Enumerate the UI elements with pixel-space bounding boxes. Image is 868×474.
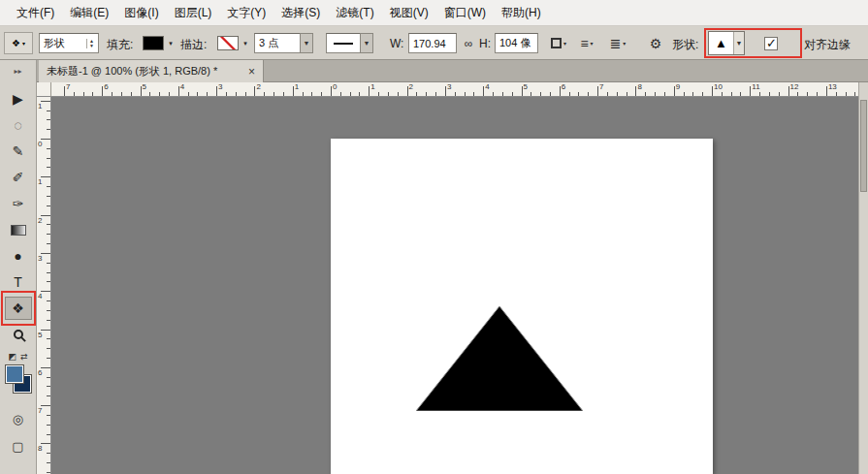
ruler-label: 0 bbox=[333, 82, 337, 91]
move-tool[interactable]: ▶ bbox=[5, 87, 32, 111]
shape-picker-label: 形状: bbox=[672, 37, 698, 53]
vertical-scrollbar[interactable] bbox=[858, 82, 868, 474]
ruler-tick bbox=[178, 86, 179, 96]
gradient-tool[interactable] bbox=[5, 218, 32, 241]
ruler-label: 10 bbox=[714, 82, 723, 91]
link-dimensions-icon[interactable]: ∞ bbox=[460, 33, 477, 53]
menu-filter[interactable]: 滤镜(T) bbox=[329, 1, 380, 25]
stroke-color-swatch[interactable] bbox=[217, 36, 239, 50]
stroke-width-input[interactable]: 3 点 bbox=[254, 33, 301, 53]
gradient-icon bbox=[11, 225, 26, 236]
default-colors-icon[interactable]: ◩ bbox=[8, 352, 16, 362]
menu-layer[interactable]: 图层(L) bbox=[168, 1, 219, 25]
ruler-label: 2 bbox=[38, 216, 42, 225]
ruler-label: 1 bbox=[38, 102, 42, 111]
toolbar-extras: ◎▢ bbox=[0, 408, 36, 457]
ruler-tick bbox=[41, 215, 50, 216]
ruler-tick bbox=[141, 86, 142, 96]
height-input[interactable]: 104 像 bbox=[495, 33, 538, 53]
stroke-style-dropdown-icon[interactable]: ▼ bbox=[360, 33, 373, 53]
align-edges-checkbox[interactable] bbox=[764, 37, 778, 50]
ruler-label: 1 bbox=[38, 177, 42, 186]
menu-image[interactable]: 图像(I) bbox=[117, 1, 165, 25]
tool-preset-picker[interactable]: ❖ ▾ bbox=[4, 32, 33, 54]
ruler-tick bbox=[102, 86, 103, 96]
tools-panel: ▸▸ ▶◌✎✐✑●T❖ ◩⇄ ◎▢ bbox=[0, 60, 37, 474]
blur-tool[interactable]: ● bbox=[5, 244, 32, 268]
ruler-label: 2 bbox=[409, 82, 413, 91]
menu-select[interactable]: 选择(S) bbox=[274, 1, 327, 25]
stroke-width-dropdown-icon[interactable]: ▼ bbox=[300, 33, 313, 53]
menu-file[interactable]: 文件(F) bbox=[10, 1, 61, 25]
ruler-label: 3 bbox=[447, 82, 451, 91]
foreground-color-swatch[interactable] bbox=[6, 365, 23, 383]
stepper-arrows-icon[interactable]: ▲▼ bbox=[86, 39, 94, 48]
ruler-label: 6 bbox=[562, 82, 565, 91]
width-value: 170.94 bbox=[413, 38, 446, 49]
quick-mask-button[interactable]: ◎ bbox=[5, 408, 32, 429]
ruler-tick bbox=[635, 86, 636, 96]
align-edges-label: 对齐边缘 bbox=[804, 37, 851, 53]
toolbar-collapse-button[interactable]: ▸▸ bbox=[0, 60, 36, 81]
vertical-ruler[interactable]: 1012345678 bbox=[37, 97, 51, 474]
swap-colors-icon[interactable]: ⇄ bbox=[20, 352, 28, 362]
chevron-down-icon[interactable]: ▼ bbox=[733, 32, 744, 54]
ruler-tick bbox=[788, 86, 789, 96]
ruler-label: 5 bbox=[38, 331, 42, 339]
triangle-shape-icon: ▲ bbox=[709, 32, 733, 54]
width-input[interactable]: 170.94 bbox=[408, 33, 457, 53]
triangle-shape-layer[interactable] bbox=[416, 306, 583, 411]
ruler-label: 0 bbox=[38, 140, 42, 148]
menu-edit[interactable]: 编辑(E) bbox=[63, 1, 115, 25]
chevron-down-icon: ▾ bbox=[623, 40, 626, 47]
ruler-label: 11 bbox=[752, 82, 759, 91]
type-tool[interactable]: T bbox=[5, 270, 32, 294]
horizontal-ruler[interactable]: 765432101234567891011121314 bbox=[51, 82, 858, 97]
path-alignment-button[interactable]: ≡ ▾ bbox=[576, 33, 597, 53]
ruler-label: 7 bbox=[599, 82, 603, 91]
ruler-label: 1 bbox=[295, 82, 299, 91]
tool-list: ▶◌✎✐✑●T❖ bbox=[0, 81, 36, 346]
zoom-tool[interactable] bbox=[5, 323, 32, 346]
tool-mode-select[interactable]: 形状 ▲▼ bbox=[39, 33, 99, 53]
screen-mode-button[interactable]: ▢ bbox=[5, 435, 32, 457]
document-tab[interactable]: 未标题-1 @ 100% (形状 1, RGB/8) * × bbox=[39, 60, 264, 82]
path-operations-button[interactable]: ▾ bbox=[547, 33, 570, 53]
tab-bar: 未标题-1 @ 100% (形状 1, RGB/8) * × bbox=[37, 60, 868, 82]
stroke-dropdown-icon[interactable]: ▾ bbox=[241, 39, 250, 48]
shape-options-button[interactable]: ⚙ bbox=[644, 33, 667, 53]
close-icon[interactable]: × bbox=[248, 65, 255, 79]
clone-stamp-tool[interactable]: ✑ bbox=[5, 192, 32, 215]
stroke-width-value: 3 点 bbox=[259, 36, 278, 50]
menu-type[interactable]: 文字(Y) bbox=[220, 1, 273, 25]
chevron-down-icon: ▾ bbox=[591, 40, 594, 47]
custom-shape-tool[interactable]: ❖ bbox=[5, 297, 32, 320]
eyedropper-tool[interactable]: ✎ bbox=[5, 140, 32, 163]
custom-shape-icon: ❖ bbox=[12, 38, 20, 48]
tool-mode-value: 形状 bbox=[44, 36, 82, 50]
shape-picker[interactable]: ▲ ▼ bbox=[708, 31, 745, 55]
document-canvas[interactable] bbox=[331, 139, 713, 474]
ruler-label: 6 bbox=[104, 82, 108, 91]
lasso-tool[interactable]: ◌ bbox=[5, 113, 32, 137]
ruler-tick bbox=[597, 86, 598, 96]
ruler-corner[interactable] bbox=[37, 82, 51, 97]
ruler-tick bbox=[369, 86, 370, 96]
triangle-shape[interactable] bbox=[416, 306, 583, 411]
menu-help[interactable]: 帮助(H) bbox=[495, 1, 548, 25]
chevron-down-icon: ▾ bbox=[22, 40, 25, 47]
ruler-tick bbox=[445, 86, 446, 96]
brush-tool[interactable]: ✐ bbox=[5, 166, 32, 189]
ruler-tick bbox=[41, 367, 50, 368]
scrollbar-thumb[interactable] bbox=[860, 100, 867, 192]
path-arrangement-button[interactable]: ≣ ▾ bbox=[605, 33, 630, 53]
fill-color-swatch[interactable] bbox=[143, 36, 164, 50]
menu-window[interactable]: 窗口(W) bbox=[437, 1, 493, 25]
stroke-style-select[interactable] bbox=[326, 33, 361, 53]
ruler-label: 13 bbox=[828, 82, 837, 91]
ruler-label: 4 bbox=[180, 82, 184, 91]
fill-dropdown-icon[interactable]: ▾ bbox=[166, 39, 176, 48]
canvas-viewport[interactable] bbox=[51, 97, 858, 474]
document-tab-title: 未标题-1 @ 100% (形状 1, RGB/8) * bbox=[47, 64, 242, 79]
menu-view[interactable]: 视图(V) bbox=[383, 1, 435, 25]
